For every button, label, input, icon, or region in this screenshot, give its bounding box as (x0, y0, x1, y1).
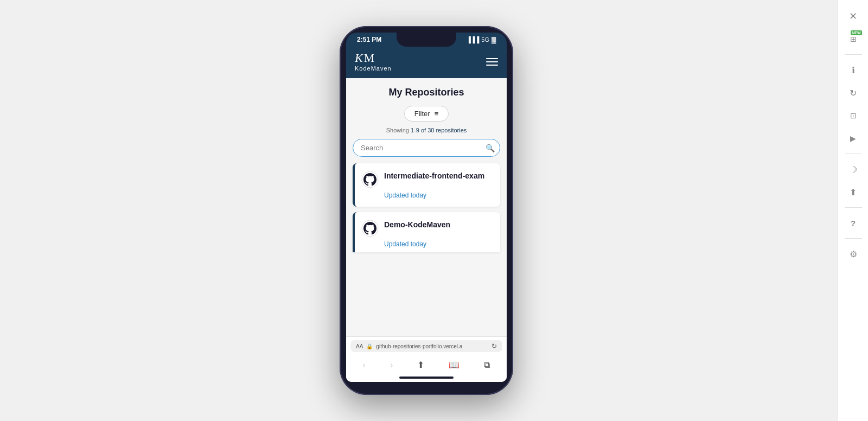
search-input[interactable] (353, 139, 500, 157)
search-button[interactable]: 🔍 (486, 144, 495, 152)
settings-icon: ⚙ (850, 249, 857, 259)
sidebar-divider-3 (845, 207, 862, 208)
repo-name-2: Demo-KodeMaven (384, 220, 450, 229)
filter-button[interactable]: Filter ≡ (404, 106, 449, 122)
showing-text: Showing 1-9 of 30 repositories (353, 127, 500, 133)
moon-icon: ☽ (850, 164, 857, 175)
refresh-icon: ↻ (850, 88, 857, 98)
share-sidebar-icon: ⬆ (850, 187, 857, 197)
filter-label: Filter (414, 110, 430, 118)
close-icon-btn[interactable]: ✕ (844, 7, 863, 26)
repo-card[interactable]: Intermediate-frontend-exam Updated today (353, 163, 500, 207)
page-title: My Repositories (353, 87, 500, 98)
info-icon-btn[interactable]: ℹ (844, 60, 863, 80)
new-window-icon-btn[interactable]: ⊞ (844, 29, 863, 49)
logo-name: KodeMaven (355, 65, 392, 72)
screenshot-icon: ⊡ (850, 111, 857, 120)
new-window-icon: ⊞ (850, 35, 857, 43)
sidebar-divider-1 (845, 54, 862, 55)
forward-button[interactable]: › (388, 358, 395, 372)
filter-row: Filter ≡ (353, 106, 500, 122)
address-bar[interactable]: AA 🔒 github-repositories-portfolio.verce… (350, 340, 502, 352)
bookmarks-icon: 📖 (449, 360, 459, 369)
network-type: 5G (481, 36, 489, 43)
repo-name: Intermediate-frontend-exam (384, 171, 484, 181)
sidebar-divider-4 (845, 238, 862, 239)
showing-count: 1-9 of 30 repositories (411, 127, 467, 133)
help-icon-btn[interactable]: ? (844, 213, 863, 233)
status-time: 2:51 PM (357, 36, 381, 43)
close-icon: ✕ (849, 10, 857, 22)
right-sidebar: ✕ ⊞ ℹ ↻ ⊡ ▶ ☽ ⬆ ? ⚙ (838, 0, 868, 421)
logo-initials: KM (355, 52, 375, 64)
sidebar-divider-2 (845, 154, 862, 154)
info-icon: ℹ (852, 65, 855, 75)
app-header: KM KodeMaven (346, 46, 507, 78)
status-icons: ▐▐▐ 5G ▓ (467, 36, 496, 43)
lock-icon: 🔒 (366, 343, 373, 349)
signal-bars-icon: ▐▐▐ (467, 36, 479, 43)
repo-card-header: Intermediate-frontend-exam (361, 171, 494, 188)
refresh-icon-btn[interactable]: ↻ (844, 83, 863, 103)
filter-icon: ≡ (435, 110, 439, 118)
settings-icon-btn[interactable]: ⚙ (844, 244, 863, 264)
moon-icon-btn[interactable]: ☽ (844, 160, 863, 179)
github-icon-2 (361, 220, 379, 237)
battery-icon: ▓ (492, 36, 496, 43)
github-icon (361, 171, 379, 188)
browser-nav: ‹ › ⬆ 📖 ⧉ (346, 355, 507, 374)
home-indicator (399, 377, 454, 379)
aa-text: AA (356, 343, 363, 349)
repo-updated: Updated today (384, 192, 494, 199)
search-row: 🔍 (353, 139, 500, 157)
hamburger-menu[interactable] (486, 58, 498, 66)
back-button[interactable]: ‹ (361, 358, 368, 372)
share-sidebar-btn[interactable]: ⬆ (844, 182, 863, 202)
repo-card-header-2: Demo-KodeMaven (361, 220, 494, 237)
search-icon: 🔍 (486, 144, 495, 152)
repo-card-partial[interactable]: Demo-KodeMaven Updated today (353, 212, 500, 252)
share-icon: ⬆ (417, 360, 424, 369)
help-icon: ? (851, 219, 856, 228)
bottom-bar: AA 🔒 github-repositories-portfolio.verce… (346, 336, 507, 382)
screenshot-icon-btn[interactable]: ⊡ (844, 106, 863, 125)
phone-frame: 2:51 PM ▐▐▐ 5G ▓ KM KodeMaven (340, 26, 513, 395)
video-icon-btn[interactable]: ▶ (844, 129, 863, 148)
tabs-icon: ⧉ (484, 360, 490, 369)
reload-icon[interactable]: ↻ (492, 342, 497, 350)
bookmarks-button[interactable]: 📖 (446, 358, 462, 372)
phone-notch (397, 33, 456, 47)
content-area: My Repositories Filter ≡ Showing 1-9 of … (346, 78, 507, 336)
tabs-button[interactable]: ⧉ (482, 358, 492, 372)
repo-updated-2: Updated today (384, 240, 494, 248)
share-button[interactable]: ⬆ (415, 358, 426, 372)
logo-area: KM KodeMaven (355, 52, 392, 72)
video-icon: ▶ (850, 134, 856, 143)
url-text: github-repositories-portfolio.vercel.a (376, 343, 488, 349)
phone-screen: KM KodeMaven My Repositories Filter ≡ (346, 46, 507, 382)
